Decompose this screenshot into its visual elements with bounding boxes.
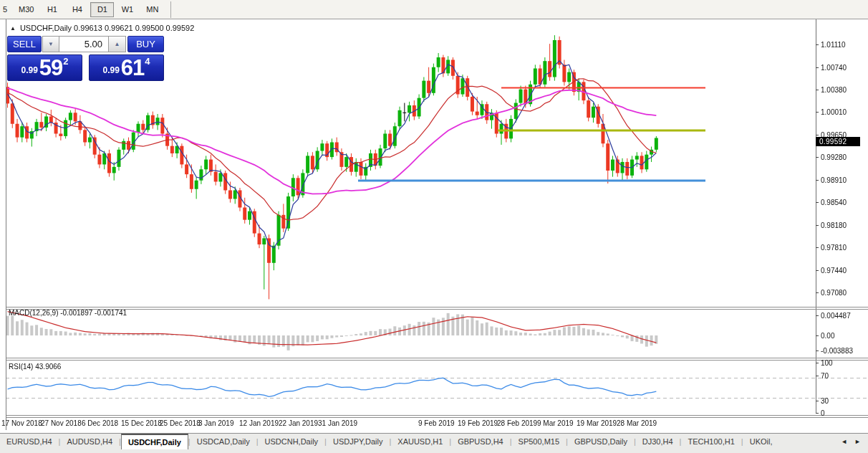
date-tick-label: 9 Mar 2019 <box>537 419 574 427</box>
buy-button[interactable]: BUY <box>127 36 164 52</box>
buy-price-sup: 4 <box>145 56 150 67</box>
spin-down-icon: ▼ <box>48 41 54 47</box>
current-price-tag: 0.99592 <box>816 137 860 146</box>
date-tick-label: 28 Feb 2019 <box>497 419 537 427</box>
price-tick-label: 1.00380 <box>821 86 847 94</box>
trading-platform-window: 5M30H1H4D1W1MN ▲ USDCHF,Daily 0.99613 0.… <box>0 0 868 453</box>
date-tick-label: 31 Jan 2019 <box>318 419 357 427</box>
timeframe-toolbar: 5M30H1H4D1W1MN <box>0 0 868 19</box>
rsi-tick-label: 30 <box>821 397 829 405</box>
buy-price-big: 61 <box>121 58 144 78</box>
date-tick-label: 19 Feb 2019 <box>458 419 498 427</box>
macd-tick-label: -0.003883 <box>821 347 853 355</box>
collapse-trade-panel-icon[interactable]: ▲ <box>10 25 16 32</box>
sell-button[interactable]: SELL <box>7 36 42 52</box>
symbol-tab-gbpusd-daily[interactable]: GBPUSD,Daily <box>568 434 634 449</box>
rsi-tick-label: 70 <box>821 372 829 380</box>
macd-tick-label: 0.004487 <box>821 312 851 320</box>
price-tick-label: 0.99280 <box>821 153 847 161</box>
tab-scroll-left-icon[interactable]: ◄ <box>841 438 847 445</box>
symbol-tab-sp500-m15[interactable]: SP500,M15 <box>512 434 566 449</box>
symbol-tab-xauusd-h1[interactable]: XAUUSD,H1 <box>391 434 449 449</box>
symbol-tab-usdjpy-daily[interactable]: USDJPY,Daily <box>327 434 390 449</box>
symbol-tab-dj30-h4[interactable]: DJ30,H4 <box>636 434 680 449</box>
macd-tick-label: 0.00 <box>821 332 834 340</box>
price-tick-label: 0.98540 <box>821 199 847 206</box>
symbol-tab-usdcad-daily[interactable]: USDCAD,Daily <box>191 434 256 449</box>
rsi-tick-label: 100 <box>821 359 833 367</box>
date-tick-label: 22 Jan 2019 <box>279 419 318 427</box>
volume-input[interactable] <box>59 36 109 52</box>
volume-increase-button[interactable]: ▲ <box>109 36 126 52</box>
chart-window-left-border <box>6 19 6 430</box>
date-tick-label: 27 Nov 2018 <box>41 419 82 427</box>
price-tick-label: 0.97810 <box>821 244 847 252</box>
timeframe-button-h4[interactable]: H4 <box>65 2 89 17</box>
timeframe-button-w1[interactable]: W1 <box>115 2 139 17</box>
symbol-tab-ukoil-[interactable]: UKOil, <box>743 434 779 449</box>
price-tick-label: 0.97080 <box>821 289 847 297</box>
symbol-tab-gbpusd-h4[interactable]: GBPUSD,H4 <box>451 434 510 449</box>
buy-price-box[interactable]: 0.99 61 4 <box>89 54 164 81</box>
date-tick-label: 3 Jan 2019 <box>198 419 234 427</box>
sell-price-box[interactable]: 0.99 59 2 <box>7 54 82 81</box>
one-click-trading-panel: SELL ▼ ▲ BUY 0.99 59 2 0.99 61 4 <box>7 36 164 81</box>
tab-scroll-controls: ◄► <box>834 434 868 449</box>
symbol-tab-bar: EURUSD,H4|AUDUSD,H4|USDCHF,Daily|USDCAD,… <box>0 433 868 453</box>
symbol-tab-usdcnh-daily[interactable]: USDCNH,Daily <box>259 434 325 449</box>
symbol-tab-audusd-h4[interactable]: AUDUSD,H4 <box>60 434 119 449</box>
symbol-tab-usdchf-daily[interactable]: USDCHF,Daily <box>121 434 188 449</box>
price-tick-label: 1.00010 <box>821 108 847 116</box>
date-tick-label: 19 Mar 2019 <box>577 419 617 427</box>
buy-price-prefix: 0.99 <box>102 65 119 75</box>
price-tick-label: 0.97440 <box>821 267 847 275</box>
macd-indicator-label: MACD(12,26,9) -0.001897 -0.001741 <box>9 309 127 317</box>
rsi-tick-label: 0 <box>821 409 825 417</box>
volume-decrease-button[interactable]: ▼ <box>42 36 59 52</box>
price-tick-label: 0.98910 <box>821 176 847 184</box>
price-tick-label: 1.01110 <box>821 41 846 49</box>
timeframe-button-h1[interactable]: H1 <box>40 2 64 17</box>
timeframe-button-mn[interactable]: MN <box>140 2 164 17</box>
timeframe-button-m30[interactable]: M30 <box>14 2 39 17</box>
date-tick-label: 17 Nov 2018 <box>1 419 42 427</box>
date-tick-label: 6 Dec 2018 <box>82 419 118 427</box>
toolbar-separator <box>170 1 171 18</box>
sell-price-sup: 2 <box>63 56 68 67</box>
timeframe-button-5[interactable]: 5 <box>1 2 12 17</box>
rsi-indicator-label: RSI(14) 43.9066 <box>9 363 61 371</box>
price-tick-label: 0.98180 <box>821 221 847 229</box>
date-tick-label: 9 Feb 2019 <box>418 419 455 427</box>
symbol-tab-eurusd-h4[interactable]: EURUSD,H4 <box>0 434 59 449</box>
chart-title: USDCHF,Daily 0.99613 0.99621 0.99500 0.9… <box>20 24 194 32</box>
tab-scroll-right-icon[interactable]: ► <box>854 438 861 445</box>
date-tick-label: 25 Dec 2018 <box>160 419 201 427</box>
timeframe-button-d1[interactable]: D1 <box>90 2 114 17</box>
date-tick-label: 15 Dec 2018 <box>121 419 162 427</box>
price-tick-label: 1.00740 <box>821 64 847 72</box>
date-tick-label: 28 Mar 2019 <box>617 419 657 427</box>
chart-header: ▲ USDCHF,Daily 0.99613 0.99621 0.99500 0… <box>10 24 194 32</box>
date-tick-label: 12 Jan 2019 <box>239 419 279 427</box>
symbol-tab-tech100-h1[interactable]: TECH100,H1 <box>681 434 741 449</box>
sell-price-big: 59 <box>39 58 62 78</box>
spin-up-icon: ▲ <box>115 41 120 47</box>
sell-price-prefix: 0.99 <box>21 65 37 75</box>
